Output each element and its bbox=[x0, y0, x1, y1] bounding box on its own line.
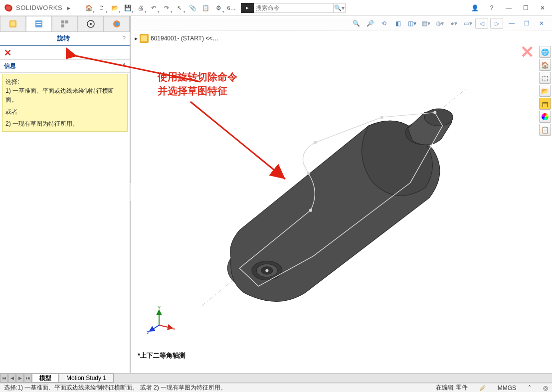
svg-point-11 bbox=[115, 22, 119, 26]
pane-max-button[interactable]: ❐ bbox=[520, 18, 533, 29]
status-mode: 在编辑 零件 bbox=[436, 384, 467, 392]
tab-next-button[interactable]: ▶ bbox=[16, 374, 24, 383]
svg-rect-4 bbox=[36, 24, 41, 25]
dimxpert-tab[interactable] bbox=[78, 16, 104, 31]
minimize-button[interactable]: — bbox=[502, 1, 515, 14]
prev-view-icon[interactable]: ⟲ bbox=[377, 18, 390, 29]
undo-button[interactable]: ↶ bbox=[147, 1, 160, 14]
svg-rect-7 bbox=[61, 24, 64, 27]
print-button[interactable]: 🖨 bbox=[134, 1, 147, 14]
view-orient-icon[interactable]: ◫▾ bbox=[405, 18, 418, 29]
svg-point-24 bbox=[266, 269, 268, 272]
apply-scene-icon[interactable]: ▭▾ bbox=[461, 18, 474, 29]
settings-button[interactable]: ⚙ bbox=[212, 1, 225, 14]
new-file-button[interactable]: 🗋 bbox=[95, 1, 108, 14]
orientation-triad[interactable]: x Y Z bbox=[147, 305, 177, 335]
task-pane: 🌐 🏠 ⬚ 📂 ▤ 📋 bbox=[539, 46, 552, 136]
svg-rect-1 bbox=[10, 21, 15, 26]
pm-actions: ✕ bbox=[0, 46, 130, 60]
status-hint: 选择:1) 一基准面、平面或边线来绘制特征横断面。 或者 2) 一现有草图为特征… bbox=[4, 384, 226, 392]
tab-model[interactable]: 模型 bbox=[32, 374, 59, 383]
tab-prev-button[interactable]: ◀ bbox=[8, 374, 16, 383]
display-manager-tab[interactable] bbox=[104, 16, 130, 31]
info-header-label: 信息 bbox=[4, 62, 16, 70]
annotation-text: 使用旋转切除命令 并选择草图特征 bbox=[158, 70, 237, 98]
pm-header: 旋转 ? bbox=[0, 32, 130, 46]
annotation-line2: 并选择草图特征 bbox=[158, 84, 237, 98]
view-palette-icon[interactable]: ▤ bbox=[539, 98, 551, 110]
collapse-icon[interactable]: ˄ bbox=[123, 63, 126, 70]
pane-fwd-button[interactable]: ▷ bbox=[490, 18, 503, 29]
tab-first-button[interactable]: ⏮ bbox=[0, 374, 8, 383]
solidworks-logo-icon bbox=[3, 2, 14, 13]
feature-manager-tab[interactable] bbox=[0, 16, 26, 31]
annotation-line1: 使用旋转切除命令 bbox=[158, 70, 237, 84]
select-button[interactable]: ↖ bbox=[173, 1, 186, 14]
custom-props-icon[interactable]: 📋 bbox=[539, 124, 551, 136]
appearances-icon[interactable] bbox=[539, 111, 551, 123]
hide-show-icon[interactable]: ◍▾ bbox=[433, 18, 446, 29]
resources-icon[interactable]: 🌐 bbox=[539, 46, 551, 58]
svg-rect-6 bbox=[65, 20, 68, 23]
option1-text: 1) 一基准面、平面或边线来绘制特征横断面。 bbox=[5, 86, 124, 104]
close-button[interactable]: ✕ bbox=[536, 1, 549, 14]
pm-help-icon[interactable]: ? bbox=[122, 35, 126, 42]
home-pane-icon[interactable]: 🏠 bbox=[539, 59, 551, 71]
svg-point-19 bbox=[310, 209, 312, 211]
scene-icon[interactable]: ●▾ bbox=[447, 18, 460, 29]
bottom-tabs: ⏮ ◀ ▶ ⏭ 模型 Motion Study 1 bbox=[0, 373, 552, 383]
open-button[interactable]: 📂 bbox=[108, 1, 121, 14]
info-section-header[interactable]: 信息 ˄ bbox=[0, 60, 130, 73]
search-input[interactable] bbox=[254, 3, 334, 13]
design-library-icon[interactable]: ⬚ bbox=[539, 72, 551, 84]
status-bar: 选择:1) 一基准面、平面或边线来绘制特征横断面。 或者 2) 一现有草图为特征… bbox=[0, 383, 552, 392]
home-button[interactable]: 🏠 bbox=[82, 1, 95, 14]
svg-text:Y: Y bbox=[158, 305, 161, 310]
cancel-button[interactable]: ✕ bbox=[4, 47, 11, 58]
save-button[interactable]: 💾 bbox=[121, 1, 134, 14]
display-style-icon[interactable]: ▦▾ bbox=[419, 18, 432, 29]
property-icon bbox=[34, 19, 43, 28]
property-manager-tab[interactable] bbox=[26, 16, 52, 31]
svg-point-9 bbox=[90, 23, 92, 25]
config-manager-tab[interactable] bbox=[52, 16, 78, 31]
select-label: 选择: bbox=[5, 77, 124, 86]
task-button[interactable]: 📋 bbox=[199, 1, 212, 14]
svg-point-20 bbox=[307, 172, 310, 175]
explorer-icon[interactable]: 📂 bbox=[539, 85, 551, 97]
pane-close-button[interactable]: ✕ bbox=[535, 18, 548, 29]
redo-button[interactable]: ↷ bbox=[160, 1, 173, 14]
or-label: 或者 bbox=[5, 107, 124, 116]
tab-motion-study[interactable]: Motion Study 1 bbox=[59, 374, 114, 383]
maximize-button[interactable]: ❐ bbox=[519, 1, 532, 14]
zoom-area-icon[interactable]: 🔎 bbox=[364, 18, 376, 29]
user-icon[interactable]: 👤 bbox=[468, 1, 481, 14]
pane-min-button[interactable]: — bbox=[505, 18, 518, 29]
svg-text:x: x bbox=[173, 326, 176, 331]
command-icon[interactable]: ▸ bbox=[241, 3, 254, 13]
view-orientation-label: *上下二等角轴测 bbox=[138, 351, 185, 360]
help-icon[interactable]: ? bbox=[485, 1, 498, 14]
expand-menu-icon[interactable]: ▸ bbox=[62, 1, 75, 14]
graphics-area[interactable]: 🔍 🔎 ⟲ ◧ ◫▾ ▦▾ ◍▾ ●▾ ▭▾ ◁ ▷ — ❐ ✕ ▸ 60194… bbox=[131, 16, 552, 376]
status-expand-icon[interactable]: ˄ bbox=[528, 385, 531, 392]
search-icon[interactable]: 🔍▾ bbox=[334, 3, 346, 13]
target-icon bbox=[86, 19, 95, 28]
svg-line-27 bbox=[150, 325, 159, 331]
attach-button[interactable]: 📎 bbox=[186, 1, 199, 14]
status-units[interactable]: MMGS bbox=[498, 385, 516, 392]
manager-tabs bbox=[0, 16, 130, 32]
pane-back-button[interactable]: ◁ bbox=[475, 18, 488, 29]
status-rebuild-icon[interactable]: 🖉 bbox=[480, 385, 486, 392]
tab-last-button[interactable]: ⏭ bbox=[24, 374, 32, 383]
svg-point-15 bbox=[424, 109, 453, 126]
svg-line-25 bbox=[159, 325, 173, 328]
section-view-icon[interactable]: ◧ bbox=[391, 18, 404, 29]
option2-text: 2) 一现有草图为特征所用。 bbox=[5, 119, 124, 128]
zoom-fit-icon[interactable]: 🔍 bbox=[350, 18, 363, 29]
status-widget-icon[interactable]: ◎ bbox=[543, 385, 548, 392]
recent-label[interactable]: 6… bbox=[225, 1, 238, 14]
pm-title: 旋转 bbox=[4, 34, 122, 43]
svg-rect-5 bbox=[61, 20, 64, 23]
info-body: 选择: 1) 一基准面、平面或边线来绘制特征横断面。 或者 2) 一现有草图为特… bbox=[2, 74, 128, 132]
